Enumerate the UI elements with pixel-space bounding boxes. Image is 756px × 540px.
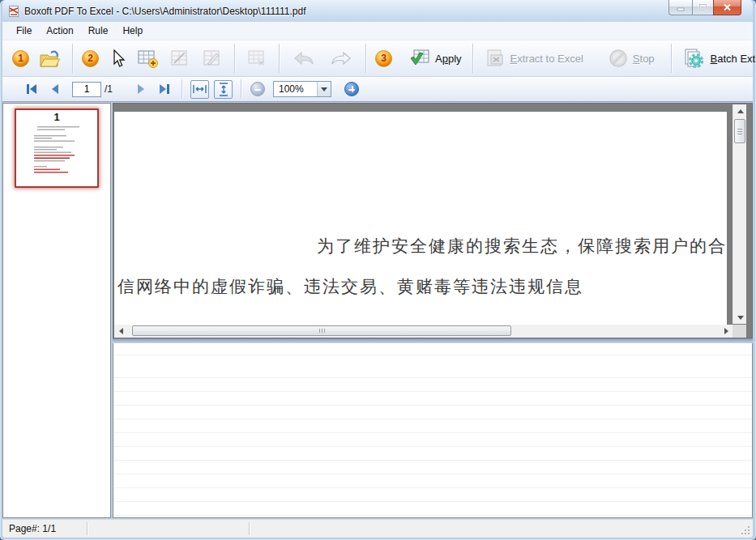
scroll-left-arrow[interactable]	[114, 325, 127, 338]
window-title: Boxoft PDF To Excel - C:\Users\Administr…	[24, 6, 305, 17]
edit-table-button[interactable]	[164, 45, 196, 72]
page-total-label: /1	[105, 83, 113, 95]
horizontal-scrollbar[interactable]	[114, 325, 733, 338]
menu-rule[interactable]: Rule	[81, 23, 116, 39]
extract-to-excel-label: Extract to Excel	[510, 53, 583, 65]
app-window: Boxoft PDF To Excel - C:\Users\Administr…	[0, 0, 756, 540]
content-area: 1	[2, 102, 753, 518]
cursor-icon	[107, 48, 126, 69]
menu-action[interactable]: Action	[39, 23, 80, 39]
menu-help[interactable]: Help	[115, 23, 150, 39]
stop-label: Stop	[633, 53, 655, 65]
scroll-down-arrow[interactable]	[734, 311, 746, 324]
page-thumbnail[interactable]: 1	[15, 108, 99, 188]
pdf-text-line-1: 为了维护安全健康的搜索生态，保障搜索用户的合法权益	[317, 235, 727, 257]
delete-table-button[interactable]	[241, 45, 273, 72]
close-button[interactable]	[713, 0, 741, 15]
zoom-in-button[interactable]	[344, 82, 359, 96]
zoom-out-button[interactable]	[250, 82, 265, 96]
page-number-input[interactable]	[72, 82, 101, 97]
step-3-badge: 3	[375, 50, 392, 67]
statusbar-separator	[249, 522, 250, 535]
status-page-info: Page#: 1/1	[9, 523, 56, 534]
menu-file[interactable]: File	[9, 23, 39, 39]
zoom-level-select[interactable]: 100%	[273, 81, 331, 97]
apply-check-icon	[408, 48, 431, 69]
navbar-separator	[182, 79, 182, 99]
toolbar-separator	[279, 44, 280, 73]
menu-bar: File Action Rule Help	[2, 22, 753, 40]
batch-extracting-label: Batch Extracting	[711, 53, 756, 65]
extraction-preview-panel[interactable]	[113, 343, 753, 518]
fit-width-button[interactable]	[190, 80, 209, 99]
redo-icon	[327, 48, 355, 69]
pdf-page: 为了维护安全健康的搜索生态，保障搜索用户的合法权益 信网络中的虚假诈骗、违法交易…	[114, 112, 727, 325]
pdf-text-line-2: 信网络中的虚假诈骗、违法交易、黄赌毒等违法违规信息	[117, 275, 583, 298]
open-pdf-button[interactable]	[32, 45, 66, 72]
scroll-right-arrow[interactable]	[720, 325, 733, 338]
thumbnail-panel: 1	[2, 103, 111, 518]
toolbar-separator	[365, 44, 366, 73]
maximize-button[interactable]	[693, 0, 713, 15]
undo-icon	[290, 48, 318, 69]
stop-icon	[608, 48, 629, 69]
extract-to-excel-button[interactable]: Extract to Excel	[479, 45, 588, 72]
horizontal-scroll-track[interactable]	[127, 325, 720, 338]
delete-table-icon	[246, 48, 268, 69]
batch-extracting-icon	[682, 47, 707, 70]
toolbar-separator	[234, 44, 235, 73]
apply-label: Apply	[435, 53, 462, 65]
main-toolbar: 1 2	[2, 40, 753, 77]
first-page-button[interactable]	[20, 79, 43, 99]
stop-button[interactable]: Stop	[603, 45, 660, 72]
vertical-scroll-thumb[interactable]	[734, 119, 745, 143]
add-table-icon	[136, 48, 159, 69]
app-pdf-icon	[7, 5, 20, 18]
resize-grip[interactable]	[741, 525, 750, 535]
step-1-badge: 1	[12, 50, 29, 67]
title-bar: Boxoft PDF To Excel - C:\Users\Administr…	[2, 0, 753, 22]
redo-button[interactable]	[322, 45, 360, 72]
scrollbar-corner	[733, 325, 746, 338]
draw-table-icon	[201, 48, 224, 69]
fit-height-button[interactable]	[214, 80, 233, 99]
step-2-badge: 2	[82, 50, 99, 67]
statusbar-separator	[87, 522, 88, 535]
batch-extracting-button[interactable]: Batch Extracting	[677, 44, 756, 73]
zoom-dropdown-arrow-icon	[317, 82, 331, 96]
select-tool-button[interactable]	[102, 45, 131, 72]
window-controls	[668, 0, 741, 15]
apply-button[interactable]: Apply	[404, 45, 467, 72]
scroll-up-arrow[interactable]	[734, 104, 746, 117]
zoom-level-value: 100%	[274, 83, 317, 95]
toolbar-separator	[72, 44, 73, 73]
draw-table-button[interactable]	[196, 45, 229, 72]
pdf-viewer[interactable]: 为了维护安全健康的搜索生态，保障搜索用户的合法权益 信网络中的虚假诈骗、违法交易…	[113, 103, 753, 338]
last-page-button[interactable]	[153, 79, 176, 99]
toolbar-separator	[472, 44, 473, 73]
undo-button[interactable]	[285, 45, 322, 72]
vertical-scrollbar[interactable]	[733, 104, 746, 324]
add-table-button[interactable]	[131, 45, 164, 72]
next-page-button[interactable]	[130, 79, 153, 99]
edit-table-icon	[169, 48, 191, 69]
horizontal-scroll-thumb[interactable]	[132, 325, 511, 336]
minimize-button[interactable]	[668, 0, 693, 15]
navbar-separator	[241, 79, 241, 99]
main-column: 为了维护安全健康的搜索生态，保障搜索用户的合法权益 信网络中的虚假诈骗、违法交易…	[113, 103, 753, 518]
navigation-bar: /1 100%	[2, 77, 753, 102]
thumbnail-text-preview	[16, 110, 97, 186]
extract-excel-icon	[484, 48, 506, 69]
previous-page-button[interactable]	[43, 79, 66, 99]
status-bar: Page#: 1/1	[2, 519, 753, 538]
open-folder-icon	[37, 48, 62, 69]
toolbar-separator	[671, 44, 672, 73]
